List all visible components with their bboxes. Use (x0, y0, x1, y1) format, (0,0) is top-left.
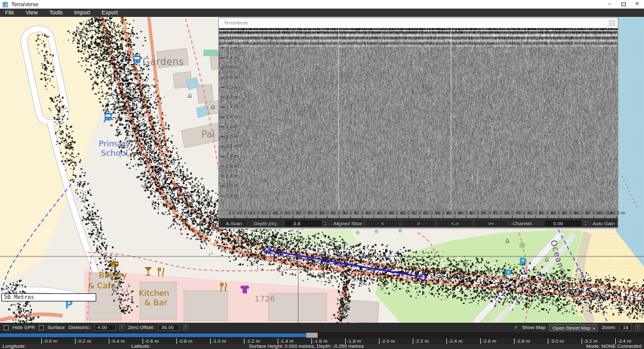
next-slice-button[interactable]: > (401, 220, 436, 227)
menu-view[interactable]: View (21, 9, 43, 17)
zoom-label: Zoom: (601, 325, 616, 330)
gpr-depth-tick: 3.2 m (221, 193, 238, 198)
shelter-icon: ⌂ (211, 103, 215, 111)
gpr-depth-tick: 1.8 m (221, 124, 238, 129)
channel-input[interactable]: 0.00 (544, 220, 583, 227)
status-bar: Longitude: Latitude: Surface Height: 0.0… (0, 344, 644, 349)
gpr-distance-tick: 103.0 m (607, 211, 626, 216)
depth-label: Depth (m): (254, 220, 278, 227)
parking-icon: P (504, 268, 511, 280)
gpr-window-title: TerraVerse (224, 20, 248, 26)
cocktail-icon (144, 267, 152, 276)
minimize-button[interactable]: – (603, 0, 616, 9)
bus-stop-icon (104, 113, 112, 121)
ruler-tick: -2.8 m (514, 338, 530, 344)
coffee-icon (110, 260, 119, 268)
gpr-depth-tick: 1.4 m (221, 104, 238, 109)
map-label-bakery: Bakery (99, 270, 127, 280)
a-scan-button[interactable]: A-Scan (220, 220, 248, 227)
gpr-depth-tick: 0.4 m (221, 56, 238, 61)
gpr-depth-tick: 2.0 m (221, 134, 238, 139)
window-title: TerraVerse (11, 1, 39, 9)
dielectric-label: Dielectric: (69, 325, 91, 330)
gpr-depth-tick: 2.6 m (221, 164, 238, 169)
parking-icon: P (519, 256, 526, 268)
tshirt-icon (240, 285, 249, 293)
hide-gpr-checkbox[interactable] (4, 325, 9, 330)
depth-input[interactable]: 3.8 (284, 220, 323, 227)
gpr-window[interactable]: TerraVerse 0.0 m0.2 m0.4 m0.6 m0.8 m1.0 … (218, 18, 618, 229)
zero-offset-label: Zero Offset: (128, 325, 154, 330)
zero-offset-spinner[interactable]: ▲▼ (183, 324, 188, 331)
zoom-spinner[interactable]: ▲▼ (635, 324, 640, 331)
shelter-icon: ⌂ (505, 236, 510, 245)
map-label-cafe: & Cafe (88, 281, 116, 290)
surface-checkbox[interactable] (39, 325, 44, 330)
gpr-bscan-view[interactable]: 0.0 m0.2 m0.4 m0.6 m0.8 m1.0 m1.2 m1.4 m… (219, 28, 618, 210)
hide-gpr-label: Hide GPR (13, 325, 35, 330)
scrollbar-fill (0, 333, 308, 337)
ruler-tick: -2.6 m (480, 338, 496, 344)
maximize-button[interactable] (616, 0, 630, 9)
show-map-label: Show Map (522, 325, 546, 330)
close-button[interactable]: ✕ (630, 0, 644, 9)
gpr-toolbar: A-Scan Depth (m): 3.8 ▲▼ Aligned Slice <… (219, 218, 618, 228)
mode-status: Mode: NONE Connected (586, 344, 642, 349)
map-label-bar: & Bar (144, 298, 168, 307)
dielectric-spinner[interactable]: ▲▼ (119, 324, 124, 331)
gpr-depth-tick: 2.8 m (221, 174, 238, 179)
ruler-tick: -0.8 m (176, 338, 193, 344)
ruler-tick: -2.4 m (446, 338, 463, 344)
gpr-depth-tick: 1.0 m (221, 85, 238, 90)
map-label-gardens: Gardens (143, 56, 184, 68)
contract-button[interactable]: >< (474, 220, 508, 227)
cutlery-icon (158, 268, 164, 276)
map-label-primary-school: Primary School (93, 139, 136, 158)
depth-spinner[interactable]: ▲▼ (323, 220, 328, 227)
survey-endpoint-start (265, 248, 271, 253)
dielectric-input[interactable]: 4.00 (94, 324, 116, 331)
menu-tools[interactable]: Tools (44, 9, 68, 17)
shelter-icon: ⌂ (545, 255, 549, 263)
menu-export[interactable]: Export (96, 9, 123, 17)
zero-offset-input[interactable]: 36.00 (158, 324, 179, 331)
gpr-bscan-image (219, 28, 618, 210)
gpr-window-titlebar[interactable]: TerraVerse (219, 18, 618, 28)
shelter-icon: ⌂ (361, 252, 366, 260)
app-icon (3, 2, 8, 8)
survey-endpoint-end (420, 275, 426, 280)
ruler-tick: -2.0 m (379, 338, 395, 344)
expand-button[interactable]: <-> (437, 220, 473, 227)
map-scale-box: 50 Metres (1, 293, 96, 301)
ruler-tick: -2.2 m (413, 338, 429, 344)
gpr-depth-tick: 2.4 m (221, 154, 238, 159)
show-map-checkbox[interactable]: ✓ (514, 325, 518, 330)
surface-label: Surface (48, 325, 65, 330)
menu-import[interactable]: Import (69, 9, 95, 17)
survey-line (265, 248, 426, 280)
ruler-tick: -0.0 m (41, 338, 58, 344)
channel-spinner[interactable]: ▲▼ (583, 220, 588, 227)
shelter-icon: ⌂ (379, 254, 383, 262)
application-window: TerraVerse – ✕ File View Tools Import Ex… (0, 0, 644, 349)
channel-label: Channel: (513, 220, 533, 227)
scrollbar-handle[interactable] (306, 333, 318, 338)
picnic-table-icon (566, 285, 575, 292)
zoom-input[interactable]: 18 (620, 324, 631, 331)
aligned-slice-button[interactable]: Aligned Slice (331, 220, 364, 227)
position-scrollbar[interactable] (0, 332, 644, 338)
shelter-icon: ⌂ (188, 91, 192, 99)
gpr-file-seam (338, 28, 339, 210)
bottom-toolbar: Hide GPR Surface Dielectric: 4.00 ▲▼ Zer… (0, 323, 644, 332)
gpr-depth-tick: 3.0 m (221, 183, 238, 188)
menu-bar: File View Tools Import Export (0, 9, 644, 17)
gpr-depth-tick: 0.6 m (221, 65, 238, 70)
map-provider-dropdown[interactable]: Open Street Map▾ (549, 324, 598, 331)
gpr-depth-tick: 1.6 m (221, 114, 238, 119)
menu-file[interactable]: File (0, 9, 19, 17)
bus-stop-icon (133, 55, 141, 63)
auto-gain-button[interactable]: Auto Gain (591, 220, 616, 227)
prev-slice-button[interactable]: < (365, 220, 400, 227)
gpr-window-button[interactable] (609, 20, 615, 26)
ruler-tick: -3.0 m (548, 338, 564, 344)
